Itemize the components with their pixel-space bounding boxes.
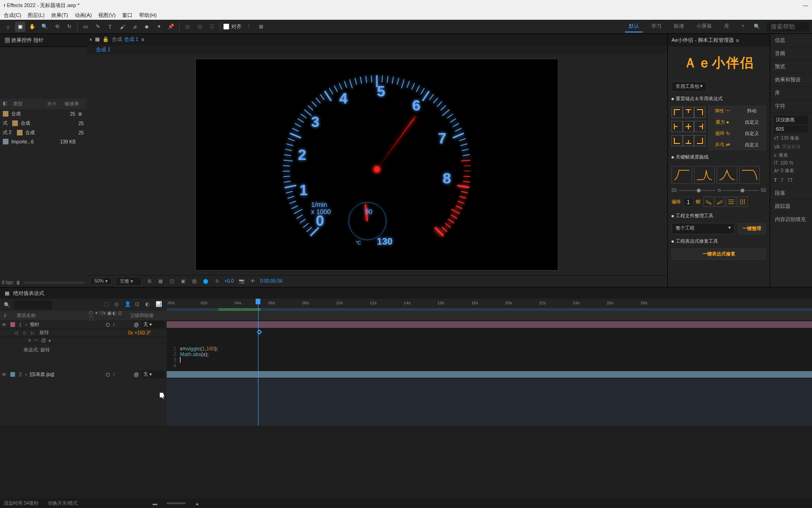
stamp-tool-icon[interactable]: ⊿ <box>129 22 140 32</box>
exposure-value[interactable]: +0.0 <box>225 278 234 284</box>
expr-gravity[interactable]: 重力 ● <box>708 117 737 127</box>
toggle-switches[interactable]: 切换开关/模式 <box>48 500 78 507</box>
brush-tool-icon[interactable]: 🖌 <box>117 22 127 32</box>
stagger-3[interactable] <box>726 197 736 207</box>
selection-tool-icon[interactable]: ▣ <box>15 22 25 32</box>
link-icon[interactable]: ⟲ <box>717 188 721 193</box>
lock-icon[interactable]: 🔒 <box>102 36 109 42</box>
stagger-1[interactable] <box>703 197 714 207</box>
comp-sub-tab[interactable]: 合成 1 <box>91 46 115 53</box>
snap-opt-icon[interactable]: ⋮ <box>243 22 254 32</box>
ease-out-slider[interactable] <box>723 190 759 191</box>
draft3d-icon[interactable]: ◎ <box>114 301 122 309</box>
motion-blur-icon[interactable]: ◐ <box>145 301 153 309</box>
col-fps[interactable]: 帧速率 <box>65 101 84 107</box>
hand-tool-icon[interactable]: ✋ <box>27 22 38 32</box>
transparency-icon[interactable]: ▨ <box>191 278 198 285</box>
expression-code[interactable]: 1x=wiggle(1,180); 2Math.abs(x); 3 4 <box>167 344 812 370</box>
workspace-standard[interactable]: 标准 <box>670 21 688 32</box>
stagger-2[interactable] <box>715 197 725 207</box>
transform-icon[interactable]: ⬡ <box>106 322 111 327</box>
rotate-tool-icon[interactable]: ↻ <box>64 22 74 32</box>
project-item[interactable]: 式 2 合成 25 <box>0 128 86 137</box>
expr-custom2[interactable]: 自定义 <box>738 128 766 139</box>
menu-composition[interactable]: 合成(C) <box>2 11 23 20</box>
rect-tool-icon[interactable]: ▭ <box>80 22 91 32</box>
effect-controls-tab[interactable]: ▦ 效果控件 指针 <box>0 34 86 47</box>
text-tool-icon[interactable]: T <box>105 22 115 32</box>
library-panel-tab[interactable]: 库 <box>770 87 812 100</box>
layer-bar[interactable] <box>167 371 812 378</box>
mask-icon[interactable]: ◫ <box>168 278 176 285</box>
reset-exposure-icon[interactable]: ↻ <box>213 278 221 285</box>
workspace-small[interactable]: 小屏幕 <box>693 21 716 32</box>
layer-name[interactable]: 指针 <box>29 321 104 328</box>
pen-tool-icon[interactable]: ✎ <box>93 22 103 32</box>
organize-button[interactable]: 一键整理 <box>738 223 766 234</box>
settings-icon[interactable]: ⚙ <box>78 111 84 117</box>
work-area-bar[interactable] <box>167 308 812 311</box>
close-tab-icon[interactable]: × <box>89 37 92 42</box>
anchor-br[interactable] <box>694 135 705 146</box>
menu-animation[interactable]: 动画(A) <box>73 11 94 20</box>
label-color[interactable] <box>10 322 15 327</box>
paragraph-panel-tab[interactable]: 段落 <box>770 187 812 200</box>
anchor-tl[interactable] <box>671 107 683 118</box>
anchor-bl[interactable] <box>671 135 683 146</box>
orbit-tool-icon[interactable]: ⟲ <box>52 22 62 32</box>
ease-in-slider[interactable] <box>679 190 715 191</box>
col-size[interactable]: 大小 <box>47 101 61 107</box>
shape-stroke-icon[interactable]: ▨ <box>195 22 205 32</box>
anchor-mc[interactable] <box>683 121 694 132</box>
magnet-icon[interactable]: ⊞ <box>256 22 266 32</box>
preview-panel-tab[interactable]: 预览 <box>770 60 812 73</box>
font-size[interactable]: 139 像素 <box>781 135 799 142</box>
layer-row[interactable]: 👁 2 ▫ [仪表盘.jpg] ⬡ / @ 无 ▾ <box>0 370 812 379</box>
graph-editor-icon[interactable]: 📊 <box>156 301 163 309</box>
font-family-dropdown[interactable]: 汉仪旗黑 <box>774 116 808 124</box>
visibility-icon[interactable]: 👁 <box>2 372 8 377</box>
stopwatch-icon[interactable]: ◇ <box>23 330 28 335</box>
toolkit-dropdown[interactable]: 常用工具包▾ <box>671 81 707 92</box>
zoom-dropdown[interactable]: 50% ▾ <box>90 277 112 285</box>
parent-pickwhip-icon[interactable]: @ <box>134 322 140 327</box>
layer-bar[interactable] <box>167 321 812 328</box>
label-icon[interactable]: ◧ <box>3 101 9 107</box>
grid-icon[interactable]: ⊞ <box>146 278 153 285</box>
expr-loop[interactable]: 循环 ↻ <box>708 128 737 139</box>
expr-custom3[interactable]: 自定义 <box>738 140 766 150</box>
parent-dropdown[interactable]: 无 ▾ <box>141 321 165 328</box>
transform-icon[interactable]: ⬡ <box>106 372 111 377</box>
expr-custom1[interactable]: 自定义 <box>738 117 766 127</box>
curve-linear[interactable] <box>739 166 760 184</box>
italic-icon[interactable]: T <box>781 178 783 183</box>
expr-shake[interactable]: 抖动 <box>738 106 766 116</box>
parent-pickwhip-icon[interactable]: @ <box>134 372 140 377</box>
effects-presets-tab[interactable]: 效果和预设 <box>770 73 812 87</box>
expr-language-icon[interactable]: ▸ <box>49 338 51 343</box>
frame-blend-icon[interactable]: ⊡ <box>135 301 142 309</box>
keyframe-nav-prev-icon[interactable]: ◁ <box>14 330 20 335</box>
zoom-slider[interactable] <box>23 282 85 284</box>
kerning-value[interactable]: 度量标准 <box>782 143 801 150</box>
workspace-default[interactable]: 默认 <box>625 21 643 32</box>
menu-layer[interactable]: 图层(L) <box>26 11 46 20</box>
info-panel-tab[interactable]: 信息 <box>770 34 812 47</box>
help-search[interactable] <box>767 22 809 32</box>
quality-dropdown[interactable]: 完整 ▾ <box>116 277 142 286</box>
timeline-zoom-slider[interactable] <box>167 502 186 504</box>
expr-elastic[interactable]: 弹性 〰 <box>708 106 737 116</box>
menu-view[interactable]: 视图(V) <box>96 11 117 20</box>
trash-icon[interactable]: 🗑 <box>16 280 21 285</box>
stroke-value[interactable]: 像素 <box>779 152 788 159</box>
label-color[interactable] <box>10 372 15 377</box>
timeline-ruler[interactable]: :00s02s04s06s08s10s12s14s16s18s20s22s24s… <box>167 299 812 311</box>
menu-window[interactable]: 窗口 <box>120 11 134 20</box>
col-type[interactable]: 类型 <box>13 101 43 107</box>
parent-dropdown[interactable]: 无 ▾ <box>141 371 165 378</box>
menu-effect[interactable]: 效果(T) <box>49 11 70 20</box>
curve-ease-in[interactable] <box>694 166 715 184</box>
minimize-icon[interactable]: — <box>803 2 808 8</box>
expr-enable-icon[interactable]: ≡ <box>28 338 31 343</box>
anchor-tr[interactable] <box>694 107 705 118</box>
